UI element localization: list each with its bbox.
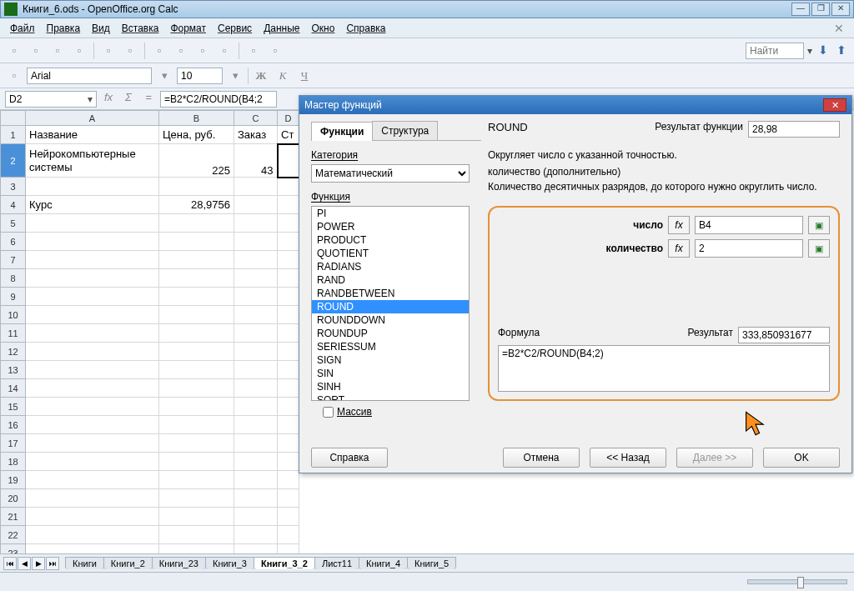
function-wizard-icon[interactable]: fx: [100, 91, 117, 108]
sheet-tab[interactable]: Лист11: [314, 557, 359, 569]
menu-help[interactable]: Справка: [341, 21, 390, 36]
maximize-button[interactable]: ❐: [811, 3, 830, 16]
row-header[interactable]: 22: [1, 526, 26, 544]
copy-icon[interactable]: ▫: [193, 42, 212, 60]
row-header[interactable]: 18: [1, 453, 26, 471]
function-list-item[interactable]: ROUNDUP: [312, 327, 469, 340]
cell[interactable]: Курс: [26, 196, 159, 214]
spellcheck-icon[interactable]: ▫: [150, 42, 168, 60]
function-list-item[interactable]: RANDBETWEEN: [312, 287, 469, 300]
tab-nav-first-icon[interactable]: ⏮: [3, 557, 17, 570]
find-dropdown-icon[interactable]: ▾: [807, 45, 812, 57]
category-select[interactable]: Математический: [311, 164, 470, 183]
param2-fx-button[interactable]: fx: [668, 239, 690, 258]
menu-tools[interactable]: Сервис: [213, 21, 257, 36]
italic-icon[interactable]: К: [274, 67, 292, 85]
menu-data[interactable]: Данные: [259, 21, 304, 36]
row-header[interactable]: 15: [1, 398, 26, 416]
param1-shrink-button[interactable]: ▣: [808, 216, 830, 234]
row-header[interactable]: 7: [1, 251, 26, 269]
tab-nav-prev-icon[interactable]: ◀: [18, 557, 31, 570]
back-button[interactable]: << Назад: [590, 448, 666, 468]
tab-nav-last-icon[interactable]: ⏭: [46, 557, 59, 570]
font-name-select[interactable]: [27, 68, 152, 84]
sheet-tab[interactable]: Книги_5: [407, 557, 456, 569]
param1-input[interactable]: [695, 216, 803, 234]
close-button[interactable]: ✕: [831, 3, 850, 16]
param2-shrink-button[interactable]: ▣: [808, 239, 830, 258]
row-header[interactable]: 21: [1, 508, 26, 526]
formula-textarea[interactable]: =B2*C2/ROUND(B4;2): [498, 345, 830, 392]
cell[interactable]: Ст: [278, 126, 299, 144]
paste-icon[interactable]: ▫: [215, 42, 234, 60]
cell[interactable]: 28,9756: [159, 196, 234, 214]
row-header[interactable]: 12: [1, 343, 26, 361]
cell[interactable]: Заказ: [234, 126, 278, 144]
close-document-button[interactable]: ✕: [829, 22, 849, 35]
function-list-item[interactable]: PI: [312, 207, 469, 220]
bold-icon[interactable]: Ж: [252, 67, 270, 85]
underline-icon[interactable]: Ч: [295, 67, 314, 85]
equals-icon[interactable]: =: [140, 91, 157, 108]
row-header[interactable]: 17: [1, 434, 26, 453]
sheet-tab[interactable]: Книги_2: [103, 557, 153, 569]
ok-button[interactable]: OK: [763, 448, 840, 468]
row-header[interactable]: 11: [1, 324, 26, 343]
name-box[interactable]: D2▾: [5, 91, 97, 108]
find-input[interactable]: [746, 43, 804, 59]
menu-file[interactable]: Файл: [5, 21, 40, 36]
row-header[interactable]: 14: [1, 379, 26, 398]
pdf-icon[interactable]: ▫: [99, 42, 118, 60]
sheet-tab[interactable]: Книги: [65, 557, 104, 569]
dialog-titlebar[interactable]: Мастер функций ✕: [299, 96, 851, 114]
find-prev-icon[interactable]: ⬆: [834, 43, 849, 58]
save-icon[interactable]: ▫: [48, 42, 67, 60]
function-list-item[interactable]: SIGN: [312, 353, 469, 367]
function-list[interactable]: PIPOWERPRODUCTQUOTIENTRADIANSRANDRANDBET…: [311, 206, 470, 401]
font-dropdown-icon[interactable]: ▾: [155, 67, 173, 85]
row-header[interactable]: 8: [1, 269, 26, 288]
email-icon[interactable]: ▫: [70, 42, 88, 60]
active-cell[interactable]: [278, 144, 299, 178]
minimize-button[interactable]: —: [791, 3, 810, 16]
row-header[interactable]: 13: [1, 361, 26, 379]
function-list-item[interactable]: RAND: [312, 273, 469, 287]
sheet-tab[interactable]: Книги_3_2: [254, 557, 315, 569]
function-list-item[interactable]: ROUND: [312, 300, 469, 313]
sum-icon[interactable]: Σ: [120, 91, 137, 108]
function-list-item[interactable]: RADIANS: [312, 260, 469, 273]
col-header-b[interactable]: B: [159, 111, 234, 126]
param2-input[interactable]: [695, 239, 803, 258]
next-button[interactable]: Далее >>: [676, 448, 753, 468]
size-dropdown-icon[interactable]: ▾: [226, 67, 244, 85]
function-list-item[interactable]: SIN: [312, 367, 469, 380]
row-header[interactable]: 5: [1, 214, 26, 233]
select-all-corner[interactable]: [1, 111, 26, 126]
col-header-d[interactable]: D: [278, 111, 299, 126]
font-size-select[interactable]: [177, 68, 223, 84]
function-list-item[interactable]: ROUNDDOWN: [312, 313, 469, 327]
dialog-close-button[interactable]: ✕: [823, 98, 846, 112]
cell[interactable]: Нейрокомпьютерные системы: [26, 144, 159, 178]
row-header[interactable]: 3: [1, 178, 26, 196]
menu-window[interactable]: Окно: [306, 21, 339, 36]
print-icon[interactable]: ▫: [121, 42, 139, 60]
open-icon[interactable]: ▫: [27, 42, 45, 60]
help-button[interactable]: Справка: [311, 448, 388, 468]
array-checkbox[interactable]: [323, 407, 334, 418]
function-list-item[interactable]: PRODUCT: [312, 233, 469, 247]
row-header[interactable]: 2: [1, 144, 26, 178]
row-header[interactable]: 16: [1, 416, 26, 434]
row-header[interactable]: 4: [1, 196, 26, 214]
find-next-icon[interactable]: ⬇: [816, 43, 831, 58]
menu-view[interactable]: Вид: [87, 21, 115, 36]
function-list-item[interactable]: SQRT: [312, 393, 469, 401]
sheet-tab[interactable]: Книги_3: [205, 557, 254, 569]
row-header[interactable]: 20: [1, 489, 26, 508]
tab-functions[interactable]: Функции: [311, 122, 373, 141]
param1-fx-button[interactable]: fx: [668, 216, 690, 234]
redo-icon[interactable]: ▫: [266, 42, 284, 60]
undo-icon[interactable]: ▫: [244, 42, 263, 60]
cell[interactable]: Название: [26, 126, 159, 144]
row-header[interactable]: 10: [1, 306, 26, 324]
